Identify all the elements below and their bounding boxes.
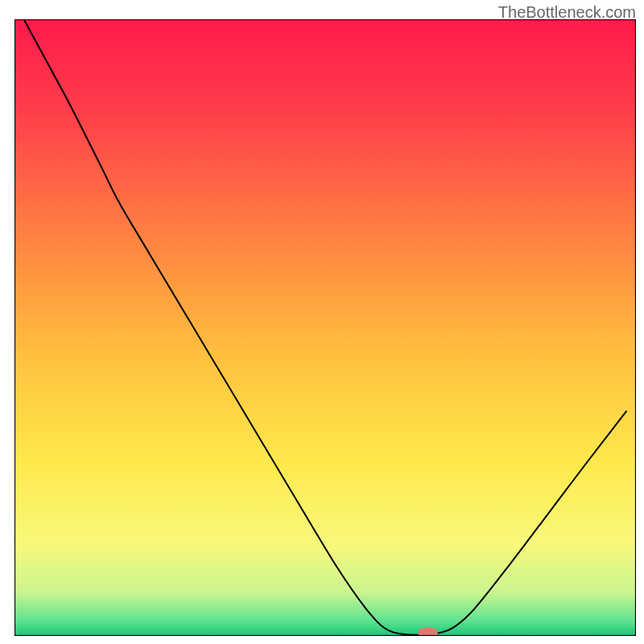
chart-svg: [14, 19, 636, 636]
watermark-text: TheBottleneck.com: [498, 3, 636, 22]
bottleneck-chart: [14, 19, 636, 636]
gradient-background: [14, 19, 636, 636]
